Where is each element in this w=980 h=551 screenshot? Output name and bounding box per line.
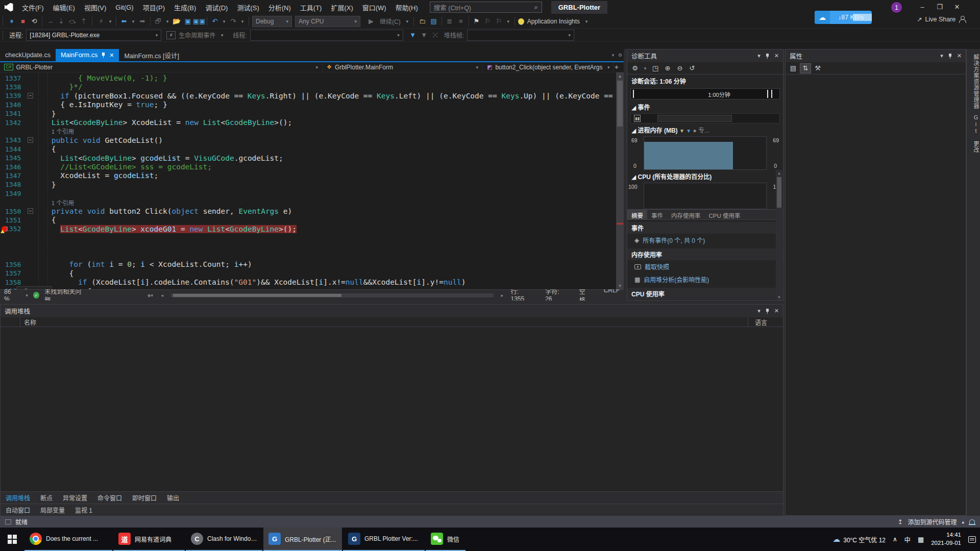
diagnostics-scrollbar[interactable]: ▲ ▼ (776, 170, 782, 300)
alphabetical-icon[interactable]: ⇅ (800, 63, 811, 73)
navigate-back-icon[interactable]: ⬅ (118, 16, 130, 27)
doc-well-options-icon[interactable]: ⚙ (617, 50, 624, 60)
tool-window-tab[interactable]: 局部变量 (35, 504, 70, 516)
memory-lane-header[interactable]: ◢ 进程内存 (MB) ▼ ▼ ● 专... (627, 123, 783, 136)
toggle-current-thread-icon[interactable]: ⤫ (430, 30, 441, 40)
bookmark-overflow-caret[interactable]: ▾ (505, 16, 512, 27)
autohide-tab[interactable]: Git 更改 (967, 114, 980, 153)
memory-filter-icon[interactable]: ▼ (686, 128, 691, 134)
add-to-source-control-button[interactable]: 添加到源代码管理 (908, 517, 957, 526)
tool-window-tab[interactable]: 断点 (35, 491, 58, 504)
touch-keyboard-icon[interactable]: ▦ (918, 536, 924, 543)
diag-scroll-down-icon[interactable]: ▼ (776, 294, 782, 300)
new-window-icon[interactable]: 🗗 (153, 16, 164, 27)
tool-window-tab[interactable]: 即时窗口 (127, 491, 162, 504)
hscroll-right-icon[interactable]: ▸ (499, 290, 505, 300)
diag-settings-icon[interactable]: ⚙ (629, 63, 641, 73)
autohide-tab[interactable]: 解决方案资源管理器 (967, 54, 980, 109)
property-pages-icon[interactable]: ⚒ (812, 63, 823, 73)
menu-item[interactable]: 项目(P) (138, 1, 169, 14)
notifications-bell-icon[interactable] (969, 519, 975, 524)
properties-header[interactable]: 属性 ▾ ✕ (786, 49, 966, 62)
reset-view-icon[interactable]: ↺ (687, 63, 698, 73)
fold-collapse-icon[interactable]: − (28, 93, 33, 98)
editor-horizontal-scrollbar[interactable] (171, 293, 494, 297)
toolbar-drag-handle[interactable] (2, 17, 4, 26)
tool-window-tab[interactable]: 命令窗口 (92, 491, 127, 504)
close-button[interactable]: ✕ (948, 0, 966, 13)
application-insights-button[interactable]: Application Insights (527, 18, 580, 25)
diagnostics-tab[interactable]: CPU 使用率 (705, 210, 745, 219)
search-input[interactable]: 搜索 (Ctrl+Q) ⌕ (430, 2, 542, 13)
tray-clock[interactable]: 14:41 2021-09-01 (931, 531, 961, 547)
minimize-button[interactable]: – (914, 0, 931, 13)
navigate-forward-icon[interactable]: ➡ (137, 16, 148, 27)
menu-item[interactable]: Git(G) (111, 2, 138, 13)
props-position-caret[interactable]: ▾ (940, 53, 943, 59)
all-events-link[interactable]: ◈ 所有事件(0 个, 共 0 个) (627, 234, 783, 246)
step-over-icon[interactable]: ⤼ (67, 16, 78, 27)
step-into-icon[interactable]: ⇣ (56, 16, 67, 27)
pin-icon[interactable] (765, 53, 770, 59)
solution-platform-select[interactable]: Any CPU▾ (295, 16, 360, 27)
diag-scroll-up-icon[interactable]: ▲ (776, 170, 782, 176)
scroll-down-icon[interactable]: ▼ (616, 282, 624, 289)
taskbar-app[interactable]: 道网易有道词典 (113, 528, 185, 551)
code-editor[interactable]: 1337{ MoveView(0, -1); }1338}*/1339−if (… (0, 72, 624, 289)
tool-window-tab[interactable]: 输出 (162, 491, 184, 504)
continue-button[interactable]: 继续(C) (380, 17, 401, 26)
outline-expand-icon[interactable]: ≡ (455, 16, 467, 27)
enable-heap-link[interactable]: ▦ 启用堆分析(会影响性能) (627, 273, 783, 286)
menu-item[interactable]: 分析(N) (264, 1, 296, 14)
document-tab[interactable]: MainForm.cs [设计] (119, 49, 184, 61)
horizontal-splitter[interactable] (0, 300, 785, 304)
person-icon[interactable] (959, 16, 966, 23)
continue-caret[interactable]: ▾ (404, 16, 411, 27)
name-column-header[interactable]: 名称 (24, 318, 36, 327)
bookmark-icon[interactable]: ⚑ (471, 16, 482, 27)
apply-code-changes-icon[interactable]: ⚡ (95, 16, 107, 27)
find-in-files-icon[interactable]: 🗀 (417, 16, 428, 27)
net-speed-overlay[interactable]: ☁ ↓87 KB/s (815, 11, 872, 24)
pause-icon[interactable]: ⏸ (6, 16, 17, 27)
language-column-header[interactable]: 语言 (755, 318, 767, 327)
zoom-out-icon[interactable]: ⊖ (674, 63, 685, 73)
related-nav-icon[interactable]: ◈▾ (147, 290, 154, 300)
stack-frame-select[interactable]: ▾ (467, 30, 574, 41)
account-avatar[interactable]: 1 (891, 2, 902, 13)
diagnostics-tab[interactable]: 事件 (647, 210, 667, 219)
editor-vertical-scrollbar[interactable]: ▲ ▼ (616, 72, 624, 289)
filter-flagged-icon[interactable]: ▼ (419, 30, 430, 40)
cs-position-caret[interactable]: ▾ (757, 308, 761, 314)
project-dropdown[interactable]: C# GRBL-Plotter ▾ (0, 62, 323, 72)
hscroll-left-icon[interactable]: ◂ (159, 290, 165, 300)
taskbar-app[interactable]: 微信 (426, 528, 465, 551)
zoom-caret[interactable]: ▾ (26, 293, 28, 298)
fold-collapse-icon[interactable]: − (28, 137, 33, 143)
weather-widget[interactable]: ☁ 30°C 空气优 12 (832, 535, 886, 544)
zoom-in-icon[interactable]: ⊕ (662, 63, 673, 73)
outline-collapse-icon[interactable]: ≣ (444, 16, 455, 27)
open-file-icon[interactable]: 📂 (171, 16, 182, 27)
menu-item[interactable]: 窗口(W) (358, 1, 391, 14)
filter-threads-icon[interactable]: ▼ (407, 30, 419, 40)
prev-bookmark-icon[interactable]: ⚐ (482, 16, 494, 27)
cpu-lane-header[interactable]: ◢ CPU (所有处理器的百分比) (627, 170, 783, 183)
menu-item[interactable]: 调试(D) (201, 1, 232, 14)
take-snapshot-link[interactable]: 截取快照 (627, 260, 783, 273)
next-bookmark-icon[interactable]: ⚐ (494, 16, 505, 27)
breakpoint-toggle-icon[interactable]: ◑ (41, 287, 45, 289)
type-dropdown[interactable]: ❖ GrblPlotter.MainForm ▾ (323, 62, 483, 72)
scc-caret[interactable]: ▴ (962, 519, 964, 524)
new-window-caret[interactable]: ▾ (164, 16, 171, 27)
save-icon[interactable]: ▣ (182, 16, 193, 27)
start-button[interactable] (0, 528, 24, 551)
events-lane-header[interactable]: ◢ 事件 (627, 101, 783, 113)
process-select[interactable]: [18284] GRBL-Plotter.exe▾ (26, 30, 161, 41)
taskbar-app[interactable]: GGRBL-Plotter (正... (263, 528, 342, 551)
tray-expand-chevron[interactable]: ∧ (893, 536, 897, 543)
menu-item[interactable]: 编辑(E) (48, 1, 80, 14)
tool-window-tab[interactable]: 监视 1 (70, 504, 97, 516)
thread-select[interactable]: ▾ (250, 30, 403, 41)
action-center-icon[interactable] (968, 536, 976, 543)
